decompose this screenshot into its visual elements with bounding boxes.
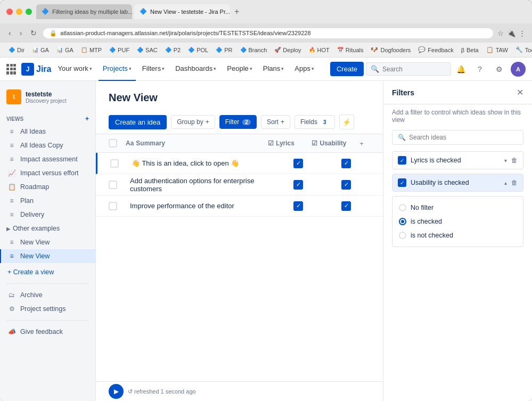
bookmark-taw[interactable]: 📋TAW — [484, 45, 510, 54]
filter-option-no-filter[interactable]: No filter — [392, 201, 523, 215]
filter-button[interactable]: Filter 2 — [219, 115, 257, 129]
sidebar-item-project-settings[interactable]: ⚙ Project settings — [0, 302, 95, 316]
sidebar-item-new-view-1[interactable]: ≡ New View — [0, 235, 95, 249]
group-by-button[interactable]: Group by + — [171, 115, 215, 129]
browser-tab-inactive[interactable]: 🔷 Filtering ideas by multiple lab... ✕ — [36, 4, 132, 19]
maximize-dot[interactable] — [26, 9, 32, 15]
no-filter-radio[interactable] — [399, 204, 406, 211]
jira-logo[interactable]: J Jira — [21, 63, 51, 76]
menu-icon[interactable]: ⋮ — [519, 29, 526, 37]
sidebar-item-archive[interactable]: 🗂 Archive — [0, 288, 95, 302]
bookmark-ga2[interactable]: 📊GA — [54, 46, 76, 54]
filter-search-input[interactable] — [409, 134, 518, 141]
fields-button[interactable]: Fields 3 — [294, 115, 335, 129]
row-summary-1[interactable]: 👋 This is an idea, click to open 👋 — [127, 159, 274, 167]
lyrics-filter-header[interactable]: ✓ Lyrics is checked ▾ 🗑 — [392, 152, 523, 169]
bookmark-feedback[interactable]: 💬Feedback — [416, 45, 455, 54]
delete-filter-icon[interactable]: 🗑 — [511, 179, 518, 186]
lyrics-check-3[interactable]: ✓ — [293, 201, 303, 211]
refresh-button[interactable]: ↻ — [28, 28, 39, 38]
nav-your-work[interactable]: Your work ▾ — [53, 58, 96, 81]
lyrics-check-2[interactable]: ✓ — [293, 180, 303, 190]
nav-search[interactable]: 🔍 — [366, 62, 451, 76]
nav-plans[interactable]: Plans ▾ — [259, 58, 289, 81]
bookmark-sac[interactable]: 🔷SAC — [135, 46, 160, 54]
usability-filter-header[interactable]: ✓ Usability is checked ▴ 🗑 — [392, 174, 523, 191]
is-not-checked-radio[interactable] — [399, 232, 406, 239]
filter-option-is-checked[interactable]: is checked — [392, 215, 523, 228]
record-button[interactable]: ▶ — [109, 384, 124, 399]
forward-button[interactable]: › — [18, 28, 24, 38]
nav-dashboards[interactable]: Dashboards ▾ — [171, 58, 220, 81]
extensions-icon[interactable]: 🔌 — [507, 29, 515, 37]
close-dot[interactable] — [6, 9, 13, 15]
nav-filters[interactable]: Filters ▾ — [138, 58, 169, 81]
bell-icon[interactable]: 🔔 — [453, 62, 468, 77]
address-box[interactable]: 🔒 atlassian-product-managers.atlassian.n… — [43, 28, 493, 38]
star-icon[interactable]: ☆ — [497, 29, 504, 37]
row-checkbox-2[interactable] — [109, 181, 117, 189]
row-summary-2[interactable]: Add authentication options for enterpris… — [126, 177, 274, 193]
bookmark-rituals[interactable]: 📅Rituals — [335, 46, 366, 54]
user-avatar[interactable]: A — [511, 62, 526, 77]
bookmark-ga1[interactable]: 📊GA — [30, 46, 51, 54]
help-icon[interactable]: ? — [472, 62, 487, 77]
sidebar-item-plan[interactable]: ≡ Plan — [0, 194, 95, 208]
bookmark-p2[interactable]: 🔷P2 — [163, 46, 183, 54]
search-input[interactable] — [382, 66, 446, 73]
row-checkbox-3[interactable] — [109, 202, 117, 210]
lyrics-column-header[interactable]: ☑ Lyrics — [257, 136, 305, 150]
nav-apps[interactable]: Apps ▾ — [290, 58, 318, 81]
sidebar-item-all-ideas[interactable]: ≡ All Ideas — [0, 125, 95, 138]
usability-check-1[interactable]: ✓ — [341, 159, 351, 168]
minimize-dot[interactable] — [16, 9, 22, 15]
apps-grid-icon[interactable] — [6, 64, 17, 75]
row-summary-3[interactable]: Improve performance of the editor — [126, 202, 274, 210]
select-all-checkbox[interactable] — [109, 139, 117, 148]
bookmark-deploy[interactable]: 🚀Deploy — [272, 46, 303, 54]
sidebar-item-give-feedback[interactable]: 📣 Give feedback — [0, 325, 95, 339]
bookmark-dogfooders[interactable]: 🐶Dogfooders — [369, 45, 413, 54]
create-button[interactable]: Create — [330, 62, 364, 76]
back-button[interactable]: ‹ — [6, 28, 13, 38]
sort-button[interactable]: Sort + — [261, 115, 290, 129]
autoplay-icon[interactable]: ⚡ — [339, 114, 354, 129]
sidebar-item-new-view-2[interactable]: ≡ New View — [0, 249, 95, 263]
add-view-icon[interactable]: + — [85, 115, 89, 122]
is-checked-radio[interactable] — [399, 218, 406, 225]
sidebar-item-delivery[interactable]: ≡ Delivery — [0, 208, 95, 222]
bookmark-tooling[interactable]: 🔧Tooling — [513, 45, 532, 54]
lyrics-filter-checkbox[interactable]: ✓ — [398, 156, 406, 165]
bookmark-mtp[interactable]: 📋MTP — [79, 46, 104, 54]
create-idea-button[interactable]: Create an idea — [109, 115, 167, 129]
nav-people[interactable]: People ▾ — [223, 58, 256, 81]
filter-option-is-not-checked[interactable]: is not checked — [392, 228, 523, 242]
lyrics-check-1[interactable]: ✓ — [293, 159, 303, 168]
sidebar-item-impact-vs-effort[interactable]: 📈 Impact versus effort — [0, 166, 95, 180]
bookmark-pol[interactable]: 🔷POL — [186, 46, 210, 54]
bookmark-branch[interactable]: 🔷Branch — [238, 46, 269, 54]
sidebar-item-all-ideas-copy[interactable]: ≡ All Ideas Copy — [0, 138, 95, 152]
filter-search-box[interactable]: 🔍 — [392, 130, 523, 145]
new-tab-button[interactable]: + — [232, 7, 241, 17]
sidebar-item-roadmap[interactable]: 📋 Roadmap — [0, 180, 95, 194]
nav-projects[interactable]: Projects ▾ — [99, 58, 136, 81]
bookmark-beta[interactable]: βBeta — [459, 46, 481, 54]
sidebar-item-other-examples[interactable]: ▶ Other examples — [0, 222, 95, 235]
sidebar-item-impact-assessment[interactable]: ≡ Impact assessment — [0, 152, 95, 166]
bookmark-hot[interactable]: 🔥HOT — [307, 46, 332, 54]
settings-icon[interactable]: ⚙ — [492, 62, 506, 77]
bookmark-pr[interactable]: 🔷PR — [214, 46, 234, 54]
delete-filter-icon[interactable]: 🗑 — [511, 157, 518, 164]
usability-check-3[interactable]: ✓ — [341, 201, 351, 211]
row-checkbox-1[interactable] — [110, 159, 119, 168]
browser-tab-active[interactable]: 🔷 New View - testetste - Jira Pr... ✕ — [134, 4, 230, 19]
bookmark-puf[interactable]: 🔷PUF — [107, 46, 132, 54]
bookmark-dir[interactable]: 🔷Dir — [6, 46, 27, 54]
usability-column-header[interactable]: ☑ Usability — [305, 136, 353, 150]
add-column-button[interactable]: + — [353, 140, 370, 148]
usability-check-2[interactable]: ✓ — [341, 180, 351, 190]
usability-filter-checkbox[interactable]: ✓ — [398, 178, 406, 187]
create-view-button[interactable]: + Create a view — [0, 265, 95, 279]
close-icon[interactable]: ✕ — [517, 87, 523, 97]
